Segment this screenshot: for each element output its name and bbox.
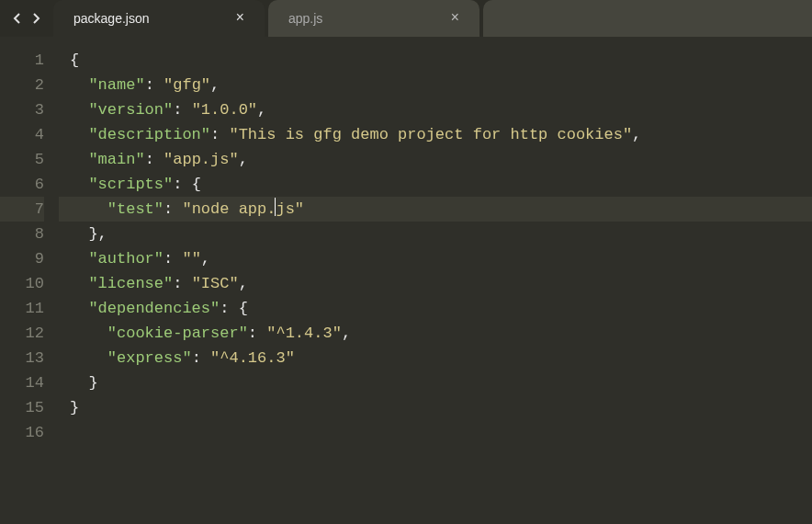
tab-app-js[interactable]: app.js ×: [268, 0, 479, 37]
code-line[interactable]: "main": "app.js",: [59, 147, 812, 172]
token-punc: :: [210, 126, 229, 143]
line-number: 8: [0, 222, 44, 246]
tab-bar: package.json × app.js ×: [53, 0, 812, 37]
token-punc: :: [173, 101, 191, 119]
nav-forward-icon[interactable]: [29, 12, 42, 25]
token-punc: }: [88, 374, 97, 392]
token-str: "app.js": [164, 151, 239, 168]
tab-package-json[interactable]: package.json ×: [53, 0, 265, 37]
code-area[interactable]: { "name": "gfg", "version": "1.0.0", "de…: [59, 37, 812, 524]
code-line[interactable]: "version": "1.0.0",: [59, 97, 812, 122]
token-key: "cookie-parser": [107, 325, 248, 342]
line-number: 4: [0, 122, 44, 147]
token-str: "This is gfg demo project for http cooki…: [229, 126, 632, 143]
code-line[interactable]: },: [59, 222, 812, 246]
line-number: 7: [0, 197, 44, 222]
token-key: "scripts": [88, 176, 173, 193]
line-number: 10: [0, 271, 44, 296]
code-line[interactable]: }: [59, 395, 812, 420]
editor[interactable]: 12345678910111213141516 { "name": "gfg",…: [0, 37, 812, 524]
token-key: "author": [88, 250, 164, 268]
code-line[interactable]: "cookie-parser": "^1.4.3",: [59, 321, 812, 346]
token-punc: ,: [342, 325, 351, 342]
token-str: "1.0.0": [192, 101, 257, 119]
token-str: "^1.4.3": [266, 325, 342, 342]
line-number: 9: [0, 246, 44, 271]
line-number: 13: [0, 346, 44, 370]
code-line[interactable]: [59, 420, 812, 445]
code-line[interactable]: "scripts": {: [59, 172, 812, 197]
nav-back-icon[interactable]: [11, 12, 24, 25]
token-punc: ,: [239, 151, 248, 168]
token-punc: :: [145, 151, 164, 168]
line-number: 6: [0, 172, 44, 197]
token-key: "express": [107, 349, 192, 367]
code-line[interactable]: "author": "",: [59, 246, 812, 271]
token-str: "": [182, 250, 200, 268]
token-key: "main": [88, 151, 144, 168]
token-punc: ,: [239, 275, 248, 292]
token-punc: :: [248, 325, 266, 342]
token-punc: :: [164, 250, 182, 268]
token-key: "description": [88, 126, 210, 143]
code-line[interactable]: "express": "^4.16.3": [59, 346, 812, 370]
token-punc: ,: [257, 101, 266, 119]
token-punc: ,: [632, 126, 641, 143]
token-str: "node app.js": [182, 200, 304, 218]
line-number: 1: [0, 48, 44, 73]
token-str: "ISC": [192, 275, 239, 292]
token-punc: ,: [201, 250, 210, 268]
token-punc: :: [164, 200, 182, 218]
title-bar: package.json × app.js ×: [0, 0, 812, 37]
code-line[interactable]: "name": "gfg",: [59, 73, 812, 97]
tab-label: app.js: [288, 11, 446, 26]
line-number: 5: [0, 147, 44, 172]
token-punc: :: [145, 76, 164, 94]
token-str: "^4.16.3": [210, 349, 295, 367]
token-punc: {: [70, 51, 79, 69]
token-key: "dependencies": [88, 300, 220, 317]
code-line[interactable]: }: [59, 370, 812, 395]
code-line[interactable]: "description": "This is gfg demo project…: [59, 122, 812, 147]
line-number: 12: [0, 321, 44, 346]
token-punc: },: [88, 225, 107, 243]
close-icon[interactable]: ×: [231, 9, 248, 28]
tab-label: package.json: [73, 11, 231, 26]
code-line[interactable]: "dependencies": {: [59, 296, 812, 321]
token-key: "test": [107, 200, 164, 218]
token-punc: :: [220, 300, 238, 317]
nav-arrows: [0, 0, 53, 37]
token-punc: :: [173, 275, 191, 292]
line-number: 11: [0, 296, 44, 321]
code-line[interactable]: "license": "ISC",: [59, 271, 812, 296]
token-punc: }: [70, 399, 79, 416]
token-str: "gfg": [164, 76, 210, 94]
code-line[interactable]: {: [59, 48, 812, 73]
line-number: 16: [0, 420, 44, 445]
token-key: "name": [88, 76, 144, 94]
line-number: 14: [0, 370, 44, 395]
tab-bar-empty: [483, 0, 812, 37]
token-key: "version": [88, 101, 173, 119]
token-punc: :: [192, 349, 210, 367]
line-number: 3: [0, 97, 44, 122]
line-number: 15: [0, 395, 44, 420]
gutter: 12345678910111213141516: [0, 37, 59, 524]
text-cursor: [275, 198, 276, 216]
line-number: 2: [0, 73, 44, 97]
code-line[interactable]: "test": "node app.js": [59, 197, 812, 222]
token-key: "license": [88, 275, 173, 292]
token-punc: {: [192, 176, 201, 193]
token-punc: :: [173, 176, 191, 193]
token-punc: {: [239, 300, 248, 317]
token-punc: ,: [210, 76, 220, 94]
close-icon[interactable]: ×: [446, 9, 463, 28]
